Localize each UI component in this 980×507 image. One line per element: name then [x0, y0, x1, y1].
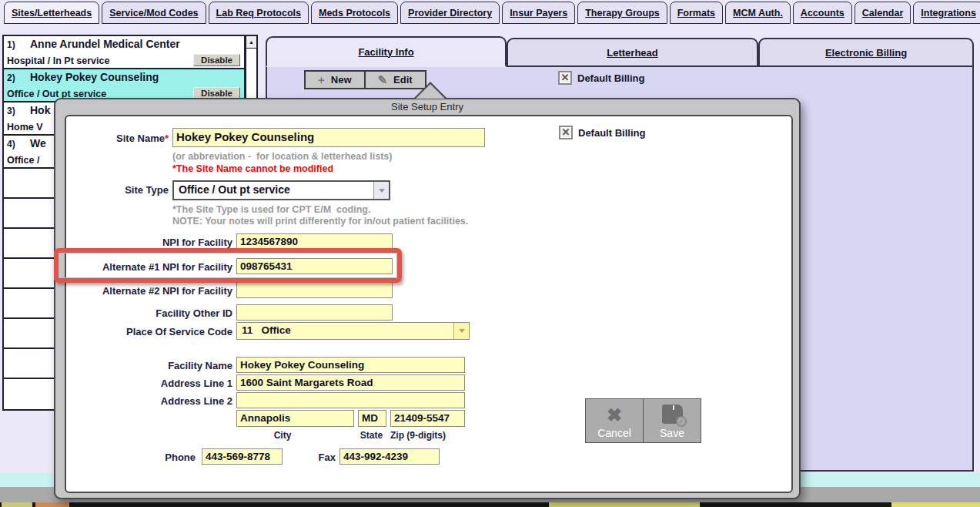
checkbox-checked-icon: ✕: [558, 71, 572, 85]
npi-label: NPI for Facility: [66, 237, 232, 248]
site-number: 3): [7, 106, 30, 116]
nav-tab-calendar[interactable]: Calendar: [855, 2, 911, 24]
phone-field[interactable]: 443-569-8778: [202, 448, 283, 465]
dialog-body: ✕ Default Billing Site Name* Hokey Pokey…: [65, 115, 793, 493]
nav-tab-label: Therapy Groups: [585, 8, 660, 18]
nav-tab-lab-req-protocols[interactable]: Lab Req Protocols: [209, 2, 309, 24]
required-asterisk: *: [165, 133, 169, 144]
check-icon: ✓: [676, 416, 687, 427]
tab-facility-info[interactable]: Facility Info: [266, 36, 507, 67]
facility-name-field[interactable]: Hokey Pokey Counseling: [236, 357, 465, 373]
save-floppy-icon: ✓: [662, 405, 683, 424]
address-line-1-label: Address Line 1: [66, 378, 232, 389]
disable-button[interactable]: Disable: [193, 54, 240, 66]
new-button-label: New: [331, 74, 352, 86]
dialog-buttons: ✖ Cancel ✓ Save: [585, 398, 701, 443]
nav-tab-mcm-auth-[interactable]: MCM Auth.: [725, 2, 791, 24]
nav-tab-therapy-groups[interactable]: Therapy Groups: [577, 2, 667, 24]
nav-tab-label: Sites/Letterheads: [12, 8, 92, 18]
save-button[interactable]: ✓ Save: [643, 398, 701, 443]
plus-icon: +: [318, 73, 325, 86]
npi-field[interactable]: 1234567890: [236, 233, 393, 250]
nav-tab-service-mod-codes[interactable]: Service/Mod Codes: [102, 2, 206, 24]
edit-button-label: Edit: [393, 74, 413, 86]
chevron-down-icon[interactable]: [453, 323, 469, 339]
alternate-2-npi-field[interactable]: [236, 282, 393, 298]
address-line-2-field[interactable]: [236, 392, 465, 408]
checkbox-checked-icon: ✕: [559, 126, 573, 139]
place-of-service-label: Place Of Service Code: [66, 326, 232, 337]
nav-tab-label: Integrations: [921, 8, 976, 18]
cancel-button[interactable]: ✖ Cancel: [585, 398, 644, 443]
nav-tab-meds-protocols[interactable]: Meds Protocols: [311, 2, 398, 24]
new-button[interactable]: + New: [304, 70, 366, 89]
site-name-hint: (or abbreviation - for location & letter…: [172, 151, 392, 162]
nav-tab-sites-letterheads[interactable]: Sites/Letterheads: [4, 2, 99, 24]
taskbar-segment: [35, 502, 69, 507]
address-line-2-label: Address Line 2: [66, 395, 232, 407]
top-nav: Sites/LetterheadsService/Mod CodesLab Re…: [0, 0, 980, 24]
zip-field[interactable]: 21409-5547: [390, 410, 465, 427]
facility-other-id-label: Facility Other ID: [66, 307, 232, 319]
nav-tab-insur-payers[interactable]: Insur Payers: [502, 2, 575, 24]
nav-tab-label: Service/Mod Codes: [109, 8, 198, 18]
nav-tab-label: Insur Payers: [510, 8, 567, 18]
content-tabs: Facility InfoLetterheadElectronic Billin…: [266, 35, 974, 65]
site-number: 1): [7, 39, 30, 50]
taskbar-sliver: [0, 502, 980, 507]
nav-tab-label: Meds Protocols: [319, 8, 390, 18]
city-field[interactable]: Annapolis: [236, 410, 354, 427]
cancel-x-icon: ✖: [607, 405, 622, 425]
nav-tab-provider-directory[interactable]: Provider Directory: [400, 2, 500, 24]
chevron-down-icon[interactable]: [373, 182, 389, 199]
dialog-pointer: [416, 84, 445, 99]
taskbar-segment: [891, 502, 980, 507]
tab-label: Electronic Billing: [825, 47, 907, 59]
nav-tab-integrations[interactable]: Integrations: [913, 2, 980, 24]
alternate-1-npi-field[interactable]: 098765431: [236, 258, 393, 274]
site-name-field[interactable]: Hokey Pokey Counseling: [172, 128, 485, 147]
state-field[interactable]: MD: [358, 410, 386, 427]
fax-label: Fax: [297, 452, 336, 463]
zip-caption: Zip (9-digits): [390, 430, 446, 441]
site-name-warning: *The Site Name cannot be modified: [172, 163, 333, 174]
nav-tab-accounts[interactable]: Accounts: [793, 2, 852, 24]
site-type: Office /: [7, 155, 39, 166]
nav-tab-label: Lab Req Protocols: [216, 8, 301, 18]
tab-letterhead[interactable]: Letterhead: [507, 38, 758, 65]
tab-label: Facility Info: [358, 46, 413, 58]
place-of-service-select[interactable]: 11 Office: [236, 322, 470, 340]
taskbar-segment: [549, 502, 700, 507]
nav-tab-label: Accounts: [801, 8, 845, 18]
site-type-select[interactable]: Office / Out pt service: [172, 180, 390, 200]
nav-tab-label: Formats: [677, 8, 715, 18]
taskbar-segment: [2, 502, 32, 507]
facility-other-id-field[interactable]: [236, 304, 393, 321]
site-name-label: Site Name*: [66, 133, 169, 144]
default-billing-checkbox-dialog[interactable]: ✕ Default Billing: [559, 126, 645, 139]
facility-name-label: Facility Name: [66, 360, 232, 371]
site-name: 1)Anne Arundel Medical Center: [7, 38, 241, 50]
site-list-item[interactable]: 1)Anne Arundel Medical CenterHospital / …: [4, 36, 244, 69]
nav-tab-formats[interactable]: Formats: [670, 2, 723, 24]
nav-tab-label: MCM Auth.: [733, 8, 783, 18]
pencil-icon: ✎: [378, 73, 388, 87]
fax-field[interactable]: 443-992-4239: [339, 448, 440, 465]
site-type: Hospital / In Pt service: [7, 55, 109, 66]
tab-electronic-billing[interactable]: Electronic Billing: [758, 38, 974, 65]
address-line-1-field[interactable]: 1600 Saint Margarets Road: [236, 374, 465, 391]
city-caption: City: [236, 430, 329, 441]
default-billing-checkbox-panel[interactable]: ✕ Default Billing: [558, 71, 644, 85]
save-button-label: Save: [660, 427, 684, 439]
scroll-up-button[interactable]: ▲: [246, 36, 256, 49]
app-window: Sites/LetterheadsService/Mod CodesLab Re…: [0, 0, 980, 507]
tab-label: Letterhead: [607, 47, 657, 59]
dialog-title: Site Setup Entry: [55, 101, 799, 112]
site-name: 2)Hokey Pokey Counseling: [7, 71, 241, 83]
nav-tab-label: Provider Directory: [408, 8, 492, 18]
toolbar: + New ✎ Edit: [304, 70, 426, 89]
site-type-note-1: *The Site Type is used for CPT E/M codin…: [172, 204, 370, 215]
site-number: 4): [7, 139, 30, 149]
site-type-label: Site Type: [66, 184, 169, 196]
cancel-button-label: Cancel: [597, 427, 631, 439]
